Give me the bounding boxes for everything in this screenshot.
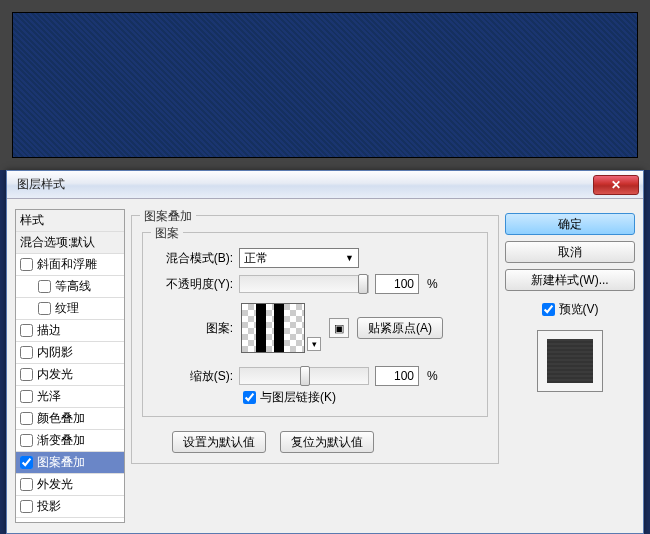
reset-default-button[interactable]: 复位为默认值 xyxy=(280,431,374,453)
style-row-outer-glow[interactable]: 外发光 xyxy=(16,474,124,496)
blend-options-label: 混合选项:默认 xyxy=(20,234,95,251)
style-list-header[interactable]: 样式 xyxy=(16,210,124,232)
pattern-overlay-group: 图案叠加 图案 混合模式(B): 正常 ▼ 不透明度(Y): xyxy=(131,215,499,464)
style-row-label: 投影 xyxy=(37,498,61,515)
style-inner-shadow-checkbox[interactable] xyxy=(20,346,33,359)
reset-default-label: 复位为默认值 xyxy=(291,434,363,451)
blend-mode-label: 混合模式(B): xyxy=(153,250,233,267)
style-row-inner-shadow[interactable]: 内阴影 xyxy=(16,342,124,364)
chevron-down-icon: ▼ xyxy=(345,253,354,263)
set-default-label: 设置为默认值 xyxy=(183,434,255,451)
style-pattern-overlay-checkbox[interactable] xyxy=(20,456,33,469)
preview-checkbox[interactable] xyxy=(542,303,555,316)
style-row-contour[interactable]: 等高线 xyxy=(16,276,124,298)
preview-label: 预览(V) xyxy=(559,301,599,318)
style-row-label: 颜色叠加 xyxy=(37,410,85,427)
blend-options-row[interactable]: 混合选项:默认 xyxy=(16,232,124,254)
style-row-label: 等高线 xyxy=(55,278,91,295)
style-contour-checkbox[interactable] xyxy=(38,280,51,293)
style-row-stroke[interactable]: 描边 xyxy=(16,320,124,342)
style-drop-shadow-checkbox[interactable] xyxy=(20,500,33,513)
snap-origin-button[interactable]: 贴紧原点(A) xyxy=(357,317,443,339)
dialog-title: 图层样式 xyxy=(17,176,593,193)
style-stroke-checkbox[interactable] xyxy=(20,324,33,337)
style-row-label: 斜面和浮雕 xyxy=(37,256,97,273)
style-row-drop-shadow[interactable]: 投影 xyxy=(16,496,124,518)
style-row-label: 内阴影 xyxy=(37,344,73,361)
layer-style-dialog: 图层样式 ✕ 样式 混合选项:默认 斜面和浮雕 等高线 纹理 xyxy=(6,170,644,534)
style-row-label: 外发光 xyxy=(37,476,73,493)
cancel-button[interactable]: 取消 xyxy=(505,241,635,263)
style-row-color-overlay[interactable]: 颜色叠加 xyxy=(16,408,124,430)
ok-button[interactable]: 确定 xyxy=(505,213,635,235)
style-list: 样式 混合选项:默认 斜面和浮雕 等高线 纹理 描边 xyxy=(15,209,125,523)
new-style-button[interactable]: 新建样式(W)... xyxy=(505,269,635,291)
style-row-gradient-overlay[interactable]: 渐变叠加 xyxy=(16,430,124,452)
set-default-button[interactable]: 设置为默认值 xyxy=(172,431,266,453)
scale-slider[interactable] xyxy=(239,367,369,385)
close-button[interactable]: ✕ xyxy=(593,175,639,195)
preview-box xyxy=(537,330,603,392)
blend-mode-select[interactable]: 正常 ▼ xyxy=(239,248,359,268)
percent-label: % xyxy=(427,369,438,383)
style-row-satin[interactable]: 光泽 xyxy=(16,386,124,408)
style-row-label: 图案叠加 xyxy=(37,454,85,471)
blend-mode-value: 正常 xyxy=(244,250,268,267)
dialog-right-column: 确定 取消 新建样式(W)... 预览(V) xyxy=(505,209,635,523)
pattern-dropdown-icon[interactable]: ▾ xyxy=(307,337,321,351)
style-row-label: 光泽 xyxy=(37,388,61,405)
pattern-label: 图案: xyxy=(153,320,233,337)
new-pattern-icon[interactable]: ▣ xyxy=(329,318,349,338)
style-row-inner-glow[interactable]: 内发光 xyxy=(16,364,124,386)
opacity-slider[interactable] xyxy=(239,275,369,293)
dialog-titlebar[interactable]: 图层样式 ✕ xyxy=(7,171,643,199)
canvas-area xyxy=(0,0,650,170)
pattern-overlay-legend: 图案叠加 xyxy=(140,208,196,225)
scale-slider-thumb[interactable] xyxy=(300,366,310,386)
opacity-label: 不透明度(Y): xyxy=(153,276,233,293)
new-style-label: 新建样式(W)... xyxy=(531,272,608,289)
style-row-label: 渐变叠加 xyxy=(37,432,85,449)
pattern-group: 图案 混合模式(B): 正常 ▼ 不透明度(Y): xyxy=(142,232,488,417)
style-row-pattern-overlay[interactable]: 图案叠加 xyxy=(16,452,124,474)
style-texture-checkbox[interactable] xyxy=(38,302,51,315)
style-satin-checkbox[interactable] xyxy=(20,390,33,403)
style-outer-glow-checkbox[interactable] xyxy=(20,478,33,491)
pattern-legend: 图案 xyxy=(151,225,183,242)
cancel-label: 取消 xyxy=(558,244,582,261)
style-row-texture[interactable]: 纹理 xyxy=(16,298,124,320)
style-color-overlay-checkbox[interactable] xyxy=(20,412,33,425)
style-row-label: 描边 xyxy=(37,322,61,339)
pattern-swatch[interactable] xyxy=(241,303,305,353)
style-bevel-checkbox[interactable] xyxy=(20,258,33,271)
style-inner-glow-checkbox[interactable] xyxy=(20,368,33,381)
close-icon: ✕ xyxy=(611,178,621,192)
scale-label: 缩放(S): xyxy=(153,368,233,385)
style-row-label: 内发光 xyxy=(37,366,73,383)
snap-origin-label: 贴紧原点(A) xyxy=(368,320,432,337)
style-gradient-overlay-checkbox[interactable] xyxy=(20,434,33,447)
document-canvas[interactable] xyxy=(12,12,638,158)
settings-panel: 图案叠加 图案 混合模式(B): 正常 ▼ 不透明度(Y): xyxy=(131,209,499,523)
style-row-label: 纹理 xyxy=(55,300,79,317)
percent-label: % xyxy=(427,277,438,291)
opacity-slider-thumb[interactable] xyxy=(358,274,368,294)
ok-label: 确定 xyxy=(558,216,582,233)
style-row-bevel[interactable]: 斜面和浮雕 xyxy=(16,254,124,276)
link-with-layer-label: 与图层链接(K) xyxy=(260,389,336,406)
scale-input[interactable] xyxy=(375,366,419,386)
style-list-header-label: 样式 xyxy=(20,212,44,229)
preview-swatch xyxy=(547,339,593,383)
link-with-layer-checkbox[interactable] xyxy=(243,391,256,404)
opacity-input[interactable] xyxy=(375,274,419,294)
